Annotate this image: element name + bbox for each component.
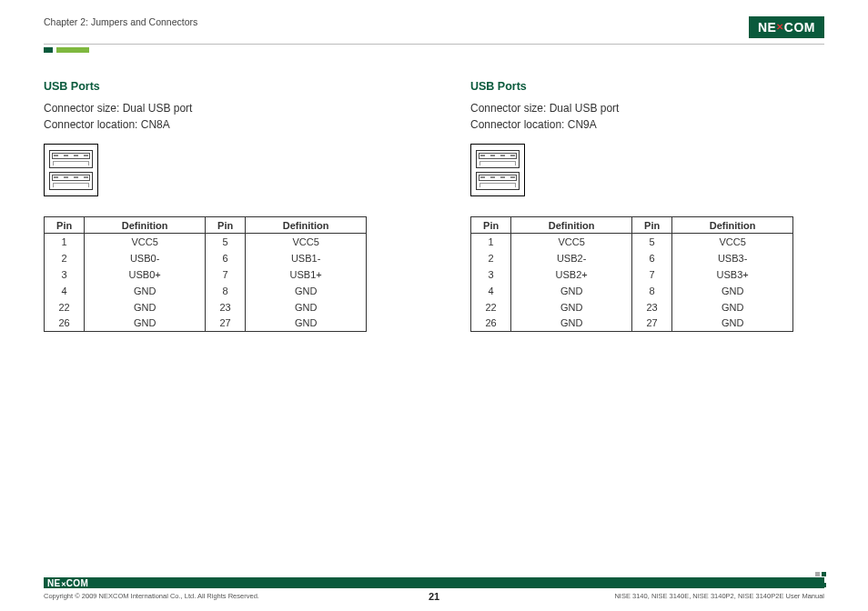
table-cell: 5 [206, 234, 246, 250]
table-cell: 4 [45, 283, 85, 299]
logo-right: COM [784, 20, 815, 35]
table-cell: GND [672, 283, 793, 299]
table-cell: VCC5 [511, 234, 632, 250]
table-cell: 5 [632, 234, 672, 250]
table-cell: 22 [471, 299, 511, 316]
footer-logo: NE✕COM [47, 578, 88, 588]
connector-location: Connector location: CN8A [44, 116, 398, 133]
table-cell: 7 [206, 266, 246, 283]
pin-definition-table: PinDefinitionPinDefinition1VCC55VCC52USB… [470, 216, 793, 332]
table-cell: USB2+ [511, 266, 632, 283]
table-row: 3USB2+7USB3+ [471, 266, 793, 283]
table-row: 4GND8GND [45, 283, 367, 299]
table-cell: GND [246, 316, 367, 332]
footer-bar: NE✕COM [44, 577, 824, 588]
pin-definition-table: PinDefinitionPinDefinition1VCC55VCC52USB… [44, 216, 367, 332]
table-row: 22GND23GND [45, 299, 367, 316]
table-cell: USB0+ [85, 266, 206, 283]
table-cell: 4 [471, 283, 511, 299]
table-cell: 7 [632, 266, 672, 283]
table-cell: 2 [45, 250, 85, 266]
table-cell: 3 [471, 266, 511, 283]
table-row: 1VCC55VCC5 [471, 234, 793, 250]
table-cell: VCC5 [85, 234, 206, 250]
usb-port-section: USB PortsConnector size: Dual USB portCo… [44, 80, 398, 332]
chapter-title: Chapter 2: Jumpers and Connectors [44, 16, 197, 27]
connector-description: Connector size: Dual USB portConnector l… [44, 100, 398, 133]
table-cell: 3 [45, 266, 85, 283]
connector-location: Connector location: CN9A [470, 116, 824, 133]
table-header: Definition [511, 217, 632, 234]
header-accent-bar [44, 47, 824, 53]
copyright-text: Copyright © 2009 NEXCOM International Co… [44, 592, 259, 600]
table-header: Pin [206, 217, 246, 234]
table-cell: 27 [632, 316, 672, 332]
section-title: USB Ports [44, 80, 398, 93]
table-cell: GND [85, 316, 206, 332]
table-cell: GND [511, 283, 632, 299]
table-header: Definition [246, 217, 367, 234]
table-cell: 26 [45, 316, 85, 332]
table-cell: 1 [471, 234, 511, 250]
table-header: Definition [85, 217, 206, 234]
connector-size: Connector size: Dual USB port [44, 100, 398, 116]
usb-port-icon [49, 172, 93, 190]
usb-port-icon [476, 150, 520, 168]
table-header: Pin [45, 217, 85, 234]
page-number: 21 [429, 591, 439, 602]
table-cell: 23 [632, 299, 672, 316]
table-cell: GND [511, 299, 632, 316]
table-cell: USB0- [85, 250, 206, 266]
table-cell: 1 [45, 234, 85, 250]
table-row: 3USB0+7USB1+ [45, 266, 367, 283]
table-row: 4GND8GND [471, 283, 793, 299]
table-row: 1VCC55VCC5 [45, 234, 367, 250]
connector-diagram [470, 144, 525, 196]
table-cell: USB3+ [672, 266, 793, 283]
table-cell: 6 [632, 250, 672, 266]
usb-port-icon [49, 150, 93, 168]
table-cell: 8 [632, 283, 672, 299]
header-divider [44, 44, 824, 45]
logo-left: NE [758, 20, 776, 35]
table-cell: GND [672, 316, 793, 332]
table-cell: 26 [471, 316, 511, 332]
table-cell: 6 [206, 250, 246, 266]
table-header: Pin [632, 217, 672, 234]
usb-port-section: USB PortsConnector size: Dual USB portCo… [470, 80, 824, 332]
nexcom-logo: NE✕COM [749, 16, 824, 38]
connector-diagram [44, 144, 98, 196]
table-cell: 27 [206, 316, 246, 332]
table-cell: VCC5 [246, 234, 367, 250]
table-cell: GND [246, 283, 367, 299]
table-cell: USB2- [511, 250, 632, 266]
table-cell: GND [85, 299, 206, 316]
table-cell: GND [672, 299, 793, 316]
table-cell: 2 [471, 250, 511, 266]
table-header: Definition [672, 217, 793, 234]
table-cell: GND [246, 299, 367, 316]
table-cell: USB3- [672, 250, 793, 266]
manual-title: NISE 3140, NISE 3140E, NISE 3140P2, NISE… [614, 592, 824, 600]
table-row: 22GND23GND [471, 299, 793, 316]
table-cell: 23 [206, 299, 246, 316]
table-cell: USB1- [246, 250, 367, 266]
footer-squares-icon [813, 572, 826, 592]
table-row: 2USB0-6USB1- [45, 250, 367, 266]
table-row: 26GND27GND [471, 316, 793, 332]
table-cell: GND [85, 283, 206, 299]
table-cell: 22 [45, 299, 85, 316]
table-cell: GND [511, 316, 632, 332]
table-row: 26GND27GND [45, 316, 367, 332]
table-cell: USB1+ [246, 266, 367, 283]
connector-size: Connector size: Dual USB port [470, 100, 824, 116]
table-row: 2USB2-6USB3- [471, 250, 793, 266]
table-cell: 8 [206, 283, 246, 299]
usb-port-icon [476, 172, 520, 190]
logo-x-icon: ✕ [776, 22, 784, 32]
connector-description: Connector size: Dual USB portConnector l… [470, 100, 824, 133]
table-header: Pin [471, 217, 511, 234]
section-title: USB Ports [470, 80, 824, 93]
table-cell: VCC5 [672, 234, 793, 250]
